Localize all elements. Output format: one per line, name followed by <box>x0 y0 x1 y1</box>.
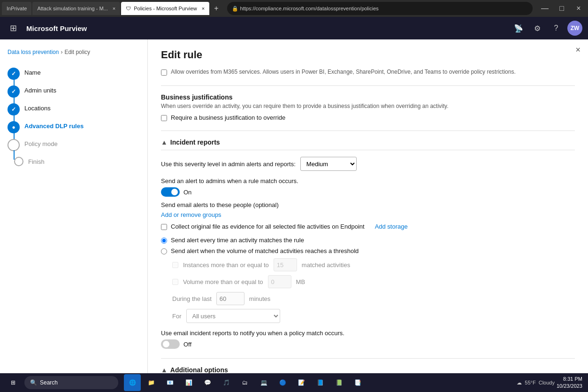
taskbar-app-13[interactable]: 📑 <box>349 374 366 391</box>
lock-icon: 🔒 <box>232 6 238 12</box>
content-area: × Edit rule Allow overrides from M365 se… <box>148 39 588 373</box>
step-locations-label: Locations <box>24 103 51 112</box>
incident-reports-section: ▲ Incident reports Use this severity lev… <box>161 138 575 349</box>
step-policy-mode[interactable]: Policy mode <box>8 136 140 154</box>
step-locations[interactable]: ✓ Locations <box>8 100 140 118</box>
taskbar-app-12[interactable]: 📗 <box>330 374 347 391</box>
step-list: ✓ Name ✓ Admin units ✓ Locations ● Advan… <box>8 65 140 169</box>
taskbar-apps: 🌐 📁 📧 📊 💬 🎵 🗂 💻 🔵 📝 📘 📗 📑 <box>124 374 366 391</box>
additional-options-title: Additional options <box>170 366 228 373</box>
taskbar-app-2[interactable]: 📁 <box>143 374 160 391</box>
taskbar-app-5[interactable]: 💬 <box>199 374 216 391</box>
severity-select[interactable]: Medium Low High <box>300 157 357 171</box>
broadcast-icon[interactable]: 📡 <box>511 21 526 36</box>
taskbar-search[interactable]: 🔍 Search <box>24 376 118 389</box>
breadcrumb: Data loss prevention › Edit policy <box>8 49 140 55</box>
override-row: Allow overrides from M365 services. Allo… <box>161 69 575 78</box>
tab-inprivate[interactable]: InPrivate <box>2 2 31 15</box>
address-bar[interactable]: 🔒 https://compliance.microsoft.com/datal… <box>227 2 533 15</box>
send-email-label: Send email alerts to these people (optio… <box>161 201 575 208</box>
volume-label: Volume more than or equal to <box>183 278 263 285</box>
clock-time: 8:31 PM <box>557 376 582 383</box>
collect-checkbox[interactable] <box>161 224 167 230</box>
send-email-row: Send email alerts to these people (optio… <box>161 201 575 218</box>
step-admin-units[interactable]: ✓ Admin units <box>8 83 140 100</box>
tab-policies-close[interactable]: × <box>202 6 205 11</box>
additional-options-collapse[interactable]: ▲ <box>161 366 168 373</box>
email-incident-row: Use email incident reports to notify you… <box>161 330 575 349</box>
biz-just-title: Business justifications <box>161 93 575 101</box>
grid-icon[interactable]: ⊞ <box>6 21 21 36</box>
help-icon[interactable]: ? <box>549 21 564 36</box>
override-checkbox[interactable] <box>161 69 167 76</box>
minutes-label: minutes <box>249 295 271 302</box>
weather-icon: ☁ <box>517 380 522 386</box>
step-policy-mode-label: Policy mode <box>24 139 58 147</box>
taskbar-app-4[interactable]: 📊 <box>180 374 197 391</box>
step-finish[interactable]: Finish <box>14 154 140 169</box>
breadcrumb-separator: › <box>61 49 62 55</box>
step-finish-label: Finish <box>28 157 45 165</box>
taskbar-app-11[interactable]: 📘 <box>312 374 328 391</box>
search-text: Search <box>40 379 58 386</box>
maximize-btn[interactable]: □ <box>554 1 569 16</box>
add-remove-groups-link[interactable]: Add or remove groups <box>161 211 221 218</box>
taskbar-app-3[interactable]: 📧 <box>161 374 178 391</box>
during-last-row: During the last minutes <box>172 292 575 305</box>
breadcrumb-current: Edit policy <box>64 49 90 55</box>
breadcrumb-parent[interactable]: Data loss prevention <box>8 49 59 55</box>
alert-toggle-label: On <box>183 189 191 196</box>
sidebar: Data loss prevention › Edit policy ✓ Nam… <box>0 39 148 373</box>
start-button[interactable]: ⊞ <box>4 379 23 386</box>
app-name: Microsoft Purview <box>26 24 87 32</box>
taskbar-app-9[interactable]: 🔵 <box>274 374 291 391</box>
settings-icon[interactable]: ⚙ <box>530 21 545 36</box>
tab-policies-label: Policies - Microsoft Purview <box>134 6 197 11</box>
biz-just-checkbox-row: Require a business justification to over… <box>161 114 575 121</box>
avatar[interactable]: ZW <box>567 21 582 36</box>
radio-threshold-label: Send alert when the volume of matched ac… <box>171 247 359 254</box>
for-select[interactable]: All users <box>186 309 280 323</box>
radio-threshold[interactable] <box>161 248 167 254</box>
biz-just-label: Require a business justification to over… <box>171 114 285 121</box>
taskbar-app-8[interactable]: 💻 <box>255 374 272 391</box>
volume-row: Volume more than or equal to MB <box>172 275 575 288</box>
alert-toggle-container: On <box>161 187 575 197</box>
app-header: ⊞ Microsoft Purview 📡 ⚙ ? ZW <box>0 17 588 39</box>
additional-options-header: ▲ Additional options <box>161 366 575 373</box>
volume-input <box>268 275 291 288</box>
tab-policies[interactable]: 🛡 Policies - Microsoft Purview × <box>121 2 209 15</box>
divider-1 <box>161 85 575 86</box>
email-toggle-label: Off <box>183 341 191 348</box>
biz-just-checkbox[interactable] <box>161 115 167 121</box>
email-toggle[interactable] <box>161 339 180 349</box>
additional-options-section: ▲ Additional options If there's a match … <box>161 366 575 373</box>
new-tab-btn[interactable]: + <box>210 4 222 13</box>
taskbar-app-6[interactable]: 🎵 <box>218 374 235 391</box>
severity-row: Use this severity level in admin alerts … <box>161 157 575 171</box>
taskbar-app-10[interactable]: 📝 <box>293 374 310 391</box>
step-name[interactable]: ✓ Name <box>8 65 140 83</box>
tab-attack-close[interactable]: × <box>113 6 115 11</box>
tab-attack[interactable]: Attack simulation training - M... × <box>32 2 120 15</box>
minimize-btn[interactable]: — <box>537 1 552 16</box>
for-row: For All users <box>172 309 575 323</box>
taskbar: ⊞ 🔍 Search 🌐 📁 📧 📊 💬 🎵 🗂 💻 🔵 📝 📘 📗 📑 ☁ 5… <box>0 373 588 392</box>
panel-close-btn[interactable]: × <box>575 45 580 55</box>
step-policy-mode-circle <box>8 139 20 151</box>
alert-toggle[interactable] <box>161 187 180 197</box>
radio-every-time[interactable] <box>161 238 167 244</box>
step-locations-circle: ✓ <box>8 103 20 115</box>
address-text: https://compliance.microsoft.com/datalos… <box>240 6 379 11</box>
incident-reports-collapse[interactable]: ▲ <box>161 138 168 146</box>
instances-input <box>274 258 297 271</box>
during-last-input[interactable] <box>216 292 244 305</box>
clock-date: 10/23/2023 <box>557 383 582 390</box>
step-advanced-dlp[interactable]: ● Advanced DLP rules <box>8 118 140 136</box>
taskbar-app-7[interactable]: 🗂 <box>237 374 253 391</box>
close-btn[interactable]: × <box>571 1 586 16</box>
add-storage-link[interactable]: Add storage <box>375 223 408 230</box>
main-layout: Data loss prevention › Edit policy ✓ Nam… <box>0 39 588 373</box>
step-admin-units-circle: ✓ <box>8 85 20 98</box>
taskbar-app-1[interactable]: 🌐 <box>124 374 141 391</box>
